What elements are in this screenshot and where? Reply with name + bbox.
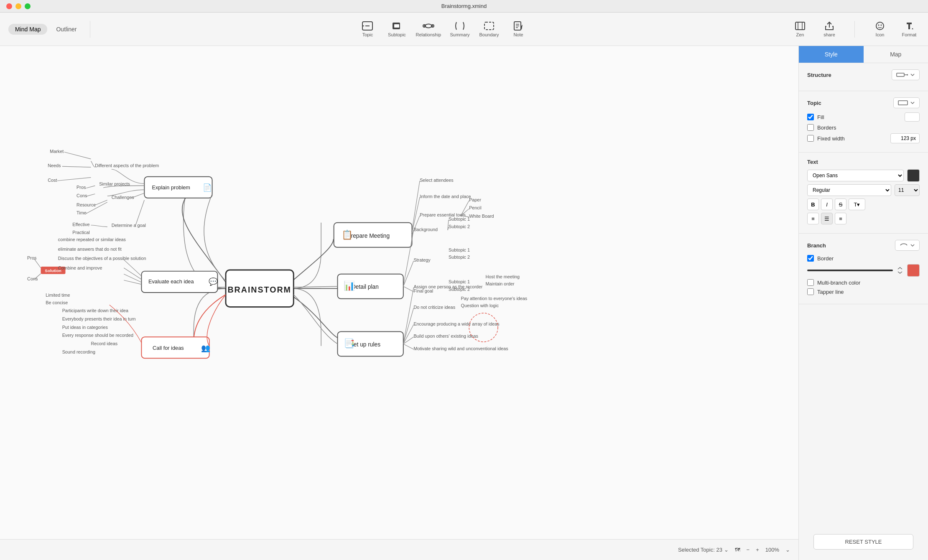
zen-label: Zen	[796, 32, 804, 37]
label-pros-1: Pros	[76, 185, 86, 190]
relationship-icon	[423, 21, 434, 31]
svg-line-27	[135, 200, 145, 226]
tool-note[interactable]: Note	[508, 21, 529, 37]
bold-btn[interactable]: B	[807, 199, 819, 210]
label-combine2: Combine and improve	[58, 265, 102, 270]
borders-checkbox[interactable]	[807, 124, 814, 131]
font-select[interactable]: Open Sans	[807, 170, 904, 181]
selected-topic-label: Selected Topic: 23 ⌄	[678, 547, 729, 553]
label-eliminate: eliminate answers that do not fit	[58, 247, 122, 252]
label-cons-2: Cons	[27, 276, 38, 281]
zen-icon	[795, 21, 806, 31]
label-participants: Participants write down their idea	[62, 308, 128, 313]
topic-shape-icon	[898, 100, 908, 106]
svg-point-56	[469, 313, 498, 342]
structure-btn[interactable]	[892, 69, 920, 80]
tab-map[interactable]: Map	[864, 46, 928, 63]
share-label: share	[823, 32, 835, 37]
zoom-dropdown-icon[interactable]: ⌄	[785, 547, 790, 553]
label-inform: Inform the date and place	[420, 194, 471, 199]
branch-title: Branch	[807, 242, 826, 249]
boundary-label: Boundary	[479, 32, 499, 37]
map-icon[interactable]: 🗺	[735, 547, 740, 553]
label-sub1-bg: Subtopic 1	[449, 216, 470, 221]
tool-subtopic[interactable]: Subtopic	[386, 21, 407, 37]
tool-summary[interactable]: Summary	[449, 21, 470, 37]
label-effective: Effective	[72, 222, 89, 227]
tapper-checkbox[interactable]	[807, 288, 814, 295]
font-weight-select[interactable]: Regular Bold Italic	[807, 184, 891, 196]
fixed-width-input[interactable]	[890, 133, 920, 143]
italic-btn[interactable]: I	[821, 199, 833, 210]
strikethrough-btn[interactable]: S	[835, 199, 846, 210]
icon-tool-icon	[875, 21, 885, 31]
fill-color-swatch[interactable]	[905, 112, 920, 122]
toolbar-divider-2	[854, 21, 855, 38]
evaluate-icon: 💬	[209, 277, 218, 286]
mindmap-view-button[interactable]: Mind Map	[8, 24, 47, 35]
note-label: Note	[513, 32, 523, 37]
tab-style[interactable]: Style	[799, 46, 864, 63]
tool-relationship[interactable]: Relationship	[416, 21, 441, 37]
reset-style-btn[interactable]: RESET STYLE	[813, 534, 913, 550]
icon-tool-label: Icon	[876, 32, 885, 37]
subtopic-label: Subtopic	[388, 32, 406, 37]
topic-shape-btn[interactable]	[893, 97, 920, 108]
minimize-button[interactable]	[15, 3, 21, 9]
zoom-level: 100%	[765, 547, 779, 553]
outliner-view-button[interactable]: Outliner	[49, 24, 83, 35]
branch-color-stepper[interactable]	[896, 267, 904, 274]
multi-branch-checkbox[interactable]	[807, 279, 814, 286]
tool-topic[interactable]: Topic	[357, 21, 378, 37]
summary-icon	[454, 21, 465, 31]
text-format-btn[interactable]: T▾	[849, 199, 865, 210]
svg-line-52	[403, 308, 414, 344]
tool-zen[interactable]: Zen	[790, 21, 811, 37]
label-determine: Determine a goal	[112, 223, 146, 228]
zoom-out-btn[interactable]: −	[747, 547, 750, 553]
zoom-in-btn[interactable]: +	[756, 547, 759, 553]
align-center-btn[interactable]: ☰	[821, 213, 833, 224]
multi-branch-row: Multi-branch color	[807, 279, 920, 286]
format-label: Format	[902, 32, 917, 37]
window-title: Brainstormg.xmind	[441, 3, 487, 9]
fixed-width-row: Fixed width	[807, 133, 920, 143]
explain-icon: 📄	[203, 183, 212, 192]
borders-label: Borders	[817, 125, 836, 131]
label-cost: Cost	[48, 178, 57, 183]
label-cons-1: Cons	[76, 193, 87, 198]
fill-checkbox[interactable]	[807, 114, 814, 120]
fixed-width-checkbox[interactable]	[807, 135, 814, 142]
font-size-select[interactable]: 11 12 14 16	[895, 184, 920, 196]
explain-node-text: Explain problem	[152, 184, 190, 191]
align-right-btn[interactable]: ≡	[835, 213, 846, 224]
tool-icon[interactable]: Icon	[869, 21, 890, 37]
branch-color-swatch[interactable]	[907, 264, 920, 277]
subtopic-icon	[391, 21, 402, 31]
border-checkbox[interactable]	[807, 255, 814, 262]
canvas[interactable]: BRAINSTORM Explain problem 📄 Market Need…	[0, 46, 798, 539]
tool-boundary[interactable]: Boundary	[479, 21, 500, 37]
tool-format[interactable]: Format	[899, 21, 920, 37]
label-sub2-bg: Subtopic 2	[449, 224, 470, 229]
text-color-swatch[interactable]	[907, 169, 920, 182]
label-payattention: Pay attention to everyone's ideas	[461, 296, 528, 301]
svg-rect-12	[795, 22, 805, 30]
label-practical: Practical	[72, 230, 89, 235]
label-time: Time	[76, 210, 87, 215]
label-diff-aspects: Different aspects of the problem	[95, 163, 159, 168]
svg-rect-7	[484, 22, 494, 30]
svg-line-47	[403, 286, 414, 292]
toolbar-divider	[90, 21, 90, 38]
tool-share[interactable]: share	[819, 21, 840, 37]
align-left-btn[interactable]: ≡	[807, 213, 819, 224]
label-challenges: Challenges	[112, 195, 135, 200]
branch-color-bar	[807, 270, 893, 271]
label-pros-2: Pros	[27, 255, 37, 260]
maximize-button[interactable]	[25, 3, 31, 9]
svg-line-30	[34, 259, 41, 268]
center-node-text: BRAINSTORM	[227, 285, 291, 294]
branch-style-btn[interactable]	[895, 240, 920, 251]
close-button[interactable]	[6, 3, 12, 9]
label-maintain: Maintain order	[486, 281, 515, 286]
